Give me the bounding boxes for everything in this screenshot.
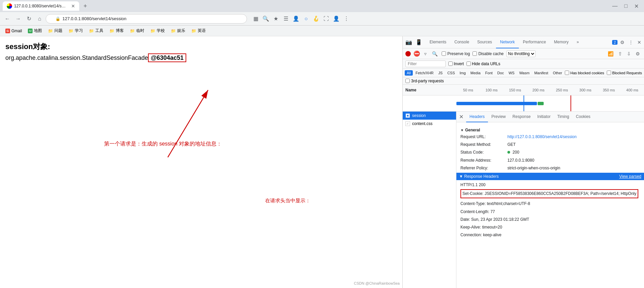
type-all[interactable]: All [405, 70, 413, 76]
download-icon[interactable]: ⇩ [626, 50, 632, 58]
search-button[interactable]: 🔍 [431, 50, 439, 58]
type-ws[interactable]: WS [506, 70, 516, 76]
fullscreen-icon[interactable]: ⛶ [321, 14, 331, 24]
status-code-value: 200 [507, 149, 519, 156]
bookmark-tools[interactable]: 📁 工具 [86, 27, 106, 35]
detail-tab-preview[interactable]: Preview [488, 112, 509, 122]
tab-network[interactable]: Network [496, 36, 519, 48]
chrome-icon[interactable]: ○ [301, 14, 311, 24]
bookmark-gmail[interactable]: G Gmail [3, 27, 24, 35]
notifications-button[interactable]: 2 [612, 40, 617, 45]
detail-close-button[interactable]: ✕ [459, 114, 463, 120]
reload-button[interactable]: ↻ [24, 14, 34, 24]
preserve-log-label[interactable]: Preserve log [442, 51, 470, 56]
close-button[interactable]: ✕ [632, 2, 641, 11]
bookmarks-icon[interactable]: ☰ [281, 14, 291, 24]
rh-date-value: Sun, 23 Apr 2023 01:18:22 GMT [471, 217, 529, 222]
annotation-text2: 在请求头当中显示： [265, 198, 310, 204]
blocked-checks: Has blocked cookies Blocked Requests [565, 71, 642, 75]
minimize-button[interactable]: — [609, 2, 620, 11]
hide-data-urls-checkbox[interactable] [466, 61, 471, 66]
type-fetch[interactable]: Fetch/XHR [413, 70, 436, 76]
more-options-button[interactable]: ⋮ [627, 38, 635, 46]
filter-button[interactable]: ▿ [423, 50, 428, 58]
tab-console[interactable]: Console [450, 36, 473, 48]
disable-cache-label[interactable]: Disable cache [473, 51, 503, 56]
account-icon[interactable]: 👤 [291, 14, 301, 24]
type-font[interactable]: Font [483, 70, 495, 76]
invert-checkbox[interactable] [448, 61, 453, 66]
title-bar: 127.0.0.1:8080/servlet14/sessi ✕ + — □ ✕ [0, 0, 644, 12]
type-img[interactable]: Img [458, 70, 468, 76]
menu-icon[interactable]: ⋮ [342, 14, 351, 24]
detail-tab-initiator[interactable]: Initiator [534, 112, 554, 122]
wifi-icon[interactable]: 📶 [606, 50, 615, 58]
bookmark-english[interactable]: 📁 英语 [189, 27, 208, 35]
has-blocked-cookies-checkbox[interactable] [565, 71, 569, 75]
tab-close-icon[interactable]: ✕ [71, 3, 75, 9]
profile-icon[interactable]: 👤 [332, 14, 341, 24]
request-item-session[interactable]: ■ session [403, 112, 456, 120]
bookmark-school[interactable]: 📁 学校 [148, 27, 167, 35]
bookmark-temp[interactable]: 📁 临时 [127, 27, 147, 35]
annotation-arrow1 [0, 36, 275, 288]
tab-performance[interactable]: Performance [519, 36, 550, 48]
view-parsed-button[interactable]: View parsed [619, 174, 641, 179]
type-other[interactable]: Other [551, 70, 564, 76]
third-party-label[interactable]: 3rd-party requests [405, 79, 444, 83]
new-tab-button[interactable]: + [81, 1, 90, 11]
has-blocked-cookies-text: Has blocked cookies [570, 71, 604, 75]
extensions-icon[interactable]: 🪝 [311, 14, 321, 24]
detail-tab-headers[interactable]: Headers [466, 112, 488, 122]
browser-tab[interactable]: 127.0.0.1:8080/servlet14/sessi ✕ [3, 1, 79, 11]
type-wasm[interactable]: Wasm [517, 70, 532, 76]
record-button[interactable] [405, 51, 411, 56]
bookmark-temp-label: 临时 [136, 28, 144, 34]
bookmark-wenti[interactable]: 📁 问题 [45, 27, 65, 35]
blocked-requests-label[interactable]: Blocked Requests [607, 71, 642, 75]
device-toggle-button[interactable]: 📱 [414, 38, 424, 47]
tab-memory[interactable]: Memory [550, 36, 573, 48]
throttle-select[interactable]: No throttling [506, 50, 536, 57]
tab-more[interactable]: » [573, 36, 583, 48]
bookmark-ent[interactable]: 📁 娱乐 [168, 27, 188, 35]
bookmark-xuexi[interactable]: 📁 学习 [66, 27, 86, 35]
back-button[interactable]: ← [3, 14, 12, 24]
zoom-icon[interactable]: 🔍 [261, 14, 270, 24]
forward-button[interactable]: → [13, 14, 23, 24]
request-item-css[interactable]: ✓ content.css [403, 120, 456, 128]
tab-sources[interactable]: Sources [473, 36, 496, 48]
preserve-log-checkbox[interactable] [442, 51, 446, 56]
has-blocked-cookies-label[interactable]: Has blocked cookies [565, 71, 604, 75]
timeline-green-bar [538, 102, 544, 105]
disable-cache-checkbox[interactable] [473, 51, 477, 56]
filter-input[interactable] [405, 60, 446, 67]
cast-icon[interactable]: ▦ [251, 14, 260, 24]
maximize-button[interactable]: □ [622, 2, 630, 11]
clear-button[interactable]: ⛔ [413, 50, 420, 57]
tab-elements[interactable]: Elements [426, 36, 450, 48]
type-manifest[interactable]: Manifest [532, 70, 550, 76]
hide-data-urls-label[interactable]: Hide data URLs [466, 61, 500, 66]
blocked-requests-checkbox[interactable] [607, 71, 611, 75]
inspect-element-button[interactable]: 📷 [404, 38, 413, 47]
detail-tab-response[interactable]: Response [509, 112, 534, 122]
bookmark-icon[interactable]: ★ [271, 14, 281, 24]
type-doc[interactable]: Doc [495, 70, 506, 76]
detail-tab-cookies[interactable]: Cookies [573, 112, 594, 122]
type-css[interactable]: CSS [445, 70, 457, 76]
settings2-icon[interactable]: ⚙ [634, 50, 641, 58]
type-media[interactable]: Media [468, 70, 483, 76]
bookmark-blog[interactable]: 📁 博客 [107, 27, 127, 35]
home-button[interactable]: ⌂ [35, 14, 44, 24]
request-method-key: Request Method: [460, 141, 507, 148]
invert-label[interactable]: Invert [448, 61, 464, 66]
third-party-checkbox[interactable] [405, 79, 410, 83]
detail-tab-timing[interactable]: Timing [554, 112, 573, 122]
settings-button[interactable]: ⚙ [619, 38, 626, 46]
address-bar[interactable]: 🔒 127.0.0.1:8080/servlet14/session [46, 14, 247, 24]
upload-icon[interactable]: ⇧ [617, 50, 624, 58]
bookmark-maps[interactable]: M 地图 [25, 27, 45, 35]
devtools-close-button[interactable]: ✕ [636, 38, 643, 46]
type-js[interactable]: JS [436, 70, 445, 76]
